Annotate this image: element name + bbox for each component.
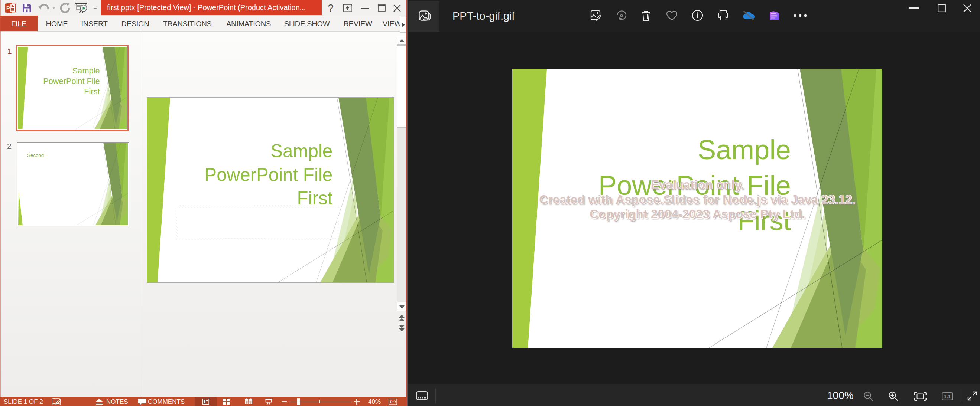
svg-text:P: P <box>6 5 10 11</box>
svg-text:1:1: 1:1 <box>944 394 951 399</box>
